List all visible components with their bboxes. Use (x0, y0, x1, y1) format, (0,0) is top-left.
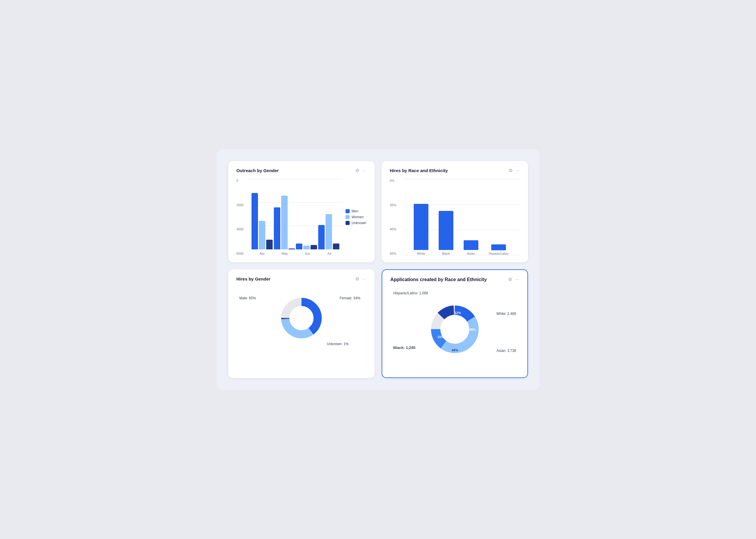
apps-race-more-icon[interactable]: ··· (515, 277, 519, 282)
hires-gender-header: Hires by Gender ⚙ ··· (236, 276, 367, 281)
bar-jun-women (303, 246, 310, 249)
label-male: Male: 65% (239, 296, 256, 300)
legend-unknown: Unknown (346, 221, 366, 225)
apps-race-header: Applications created by Race and Ethnici… (390, 277, 519, 282)
apps-race-gear-icon[interactable]: ⚙ (508, 277, 512, 282)
outreach-gender-card: Outreach by Gender ⚙ ··· 6000 4000 2000 … (228, 161, 375, 262)
outreach-gender-title: Outreach by Gender (236, 168, 279, 173)
race-bar-white: White (414, 204, 428, 255)
apps-race-actions: ⚙ ··· (508, 277, 519, 282)
bar-jul-men (318, 225, 325, 249)
label-unknown: Unknown: 1% (327, 342, 349, 346)
dashboard: Outreach by Gender ⚙ ··· 6000 4000 2000 … (216, 149, 540, 390)
race-bar-black: Black (439, 211, 453, 255)
bar-apr-unknown (266, 240, 273, 249)
bar-group-jun (296, 244, 317, 249)
hires-race-chart: 60% 40% 20% 0% White (390, 179, 520, 255)
race-bar-asian: Asian (463, 240, 478, 255)
outreach-gender-bars (248, 179, 343, 249)
hires-gender-actions: ⚙ ··· (355, 277, 366, 281)
apps-race-title: Applications created by Race and Ethnici… (390, 277, 487, 282)
outreach-gender-body: Apr May Jun Jul (248, 179, 343, 255)
outreach-gender-grid (248, 179, 343, 249)
bar-jul-unknown (333, 244, 339, 249)
hires-gender-card: Hires by Gender ⚙ ··· Male: 65% Female: … (228, 270, 375, 378)
outreach-gender-chart: 6000 4000 2000 0 (236, 179, 367, 255)
bar-may-unknown (289, 249, 295, 249)
label-hispanic: Hispanic/Latinx: 1,068 (393, 291, 428, 295)
hires-gender-chart: Male: 65% Female: 34% Unknown: 1% (236, 287, 367, 349)
outreach-gender-header: Outreach by Gender ⚙ ··· (236, 168, 367, 173)
outreach-gender-legend: Men Women Unknown (343, 179, 366, 255)
outreach-gender-gear-icon[interactable]: ⚙ (355, 168, 359, 173)
hires-race-body: White Black Asian Hispanic/Latinx (403, 179, 520, 255)
label-asian: Asian: 3,738 (497, 349, 516, 353)
hires-race-title: Hires by Race and Ethnicity (390, 168, 448, 173)
apps-race-card: Applications created by Race and Ethnici… (382, 270, 528, 378)
hires-race-header: Hires by Race and Ethnicity ⚙ ··· (390, 168, 520, 173)
legend-women: Women (346, 215, 366, 219)
hires-gender-title: Hires by Gender (236, 276, 271, 281)
label-female: Female: 34% (340, 296, 361, 300)
outreach-gender-inner: Apr May Jun Jul Men Women (248, 179, 367, 255)
outreach-gender-y-axis: 6000 4000 2000 0 (236, 179, 248, 255)
bar-group-jul (318, 214, 339, 249)
outreach-gender-x-axis: Apr May Jun Jul (248, 249, 343, 255)
outreach-gender-actions: ⚙ ··· (355, 168, 366, 173)
svg-point-10 (441, 315, 469, 344)
bar-group-may (274, 195, 295, 249)
hires-race-gear-icon[interactable]: ⚙ (509, 168, 513, 173)
hires-race-more-icon[interactable]: ··· (516, 168, 520, 173)
bar-group-apr (252, 193, 273, 249)
legend-men: Men (346, 209, 366, 213)
bar-jun-men (296, 244, 302, 249)
bar-apr-women (259, 221, 265, 249)
bar-may-women (281, 195, 288, 249)
hires-race-card: Hires by Race and Ethnicity ⚙ ··· 60% 40… (382, 161, 528, 262)
hires-gender-gear-icon[interactable]: ⚙ (355, 277, 359, 281)
label-white: White: 2,489 (496, 312, 516, 316)
hires-race-y-axis: 60% 40% 20% 0% (390, 179, 403, 255)
hires-race-bars: White Black Asian Hispanic/Latinx (403, 179, 520, 255)
svg-text:44%: 44% (451, 348, 458, 352)
apps-race-chart: Hispanic/Latinx: 1,068 White: 2,489 Asia… (390, 288, 519, 370)
apps-race-donut-svg: 12% 29% 44% 15% (425, 300, 484, 359)
bar-may-men (274, 207, 280, 249)
hires-race-actions: ⚙ ··· (509, 168, 520, 173)
hires-gender-more-icon[interactable]: ··· (362, 277, 366, 281)
svg-point-4 (290, 306, 313, 330)
bar-jun-unknown (310, 245, 317, 249)
svg-text:29%: 29% (469, 328, 475, 331)
label-black: Black: 1,245 (393, 346, 415, 350)
svg-text:12%: 12% (454, 311, 461, 315)
bar-jul-women (326, 214, 332, 249)
outreach-gender-more-icon[interactable]: ··· (362, 168, 366, 173)
svg-text:15%: 15% (437, 335, 444, 339)
hires-gender-donut-svg (277, 293, 326, 343)
race-bar-hispanic: Hispanic/Latinx (489, 244, 509, 255)
bar-apr-men (252, 193, 258, 249)
